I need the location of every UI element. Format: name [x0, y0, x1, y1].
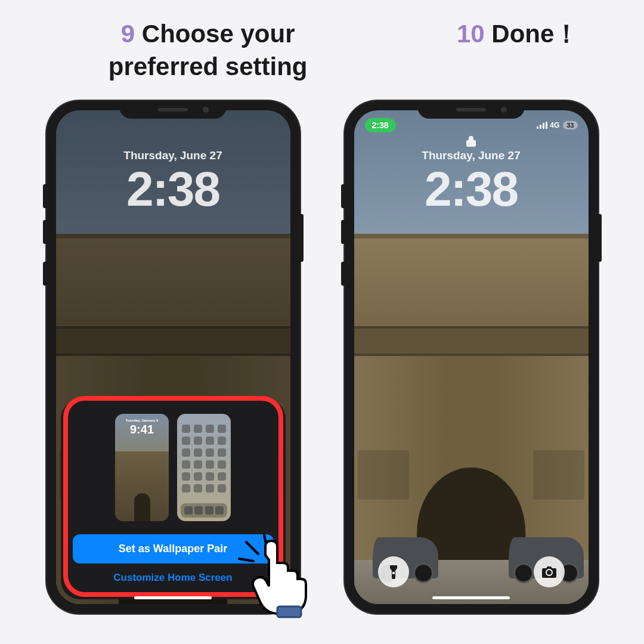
- battery-level: 33: [563, 121, 577, 129]
- wallpaper-monument: [354, 234, 589, 604]
- home-indicator[interactable]: [432, 596, 510, 599]
- phone-notch: [417, 101, 525, 119]
- step-9-text: Choose your preferred setting: [109, 20, 308, 80]
- home-screen-preview[interactable]: [177, 414, 231, 521]
- camera-button[interactable]: [534, 556, 565, 587]
- status-time-pill[interactable]: 2:38: [365, 118, 396, 132]
- phone-screen-10: 2:38 4G 33 Thursday, June 27 2:38: [354, 110, 589, 604]
- step-number-9: 9: [121, 20, 135, 48]
- lock-date: Thursday, June 27: [354, 149, 589, 162]
- phone-step-10: 2:38 4G 33 Thursday, June 27 2:38: [345, 101, 598, 614]
- phone-notch: [119, 101, 227, 119]
- wallpaper-action-sheet: Tuesday, January 9 9:41: [61, 400, 286, 599]
- home-indicator[interactable]: [134, 596, 212, 599]
- camera-icon: [541, 565, 557, 578]
- step-10-title: 10 Done！: [457, 18, 579, 83]
- network-label: 4G: [550, 121, 559, 129]
- phone-screen-9: Thursday, June 27 2:38 Tuesday, January …: [56, 110, 290, 604]
- flashlight-button[interactable]: [378, 556, 409, 587]
- status-bar: 2:38 4G 33: [354, 116, 589, 134]
- phone-step-9: Thursday, June 27 2:38 Tuesday, January …: [47, 101, 300, 614]
- lock-time: 2:38: [56, 161, 290, 217]
- lock-date: Thursday, June 27: [56, 149, 290, 162]
- step-number-10: 10: [457, 20, 485, 48]
- customize-home-screen-link[interactable]: Customize Home Screen: [73, 572, 274, 584]
- flashlight-icon: [387, 564, 400, 580]
- signal-icon: [537, 122, 547, 129]
- svg-rect-3: [277, 606, 301, 617]
- home-dock: [181, 503, 227, 518]
- svg-rect-4: [392, 572, 395, 574]
- thumb-time: 9:41: [115, 423, 169, 436]
- home-icon-grid: [182, 425, 226, 493]
- step-9-title: 9 Choose your preferred setting: [65, 18, 351, 83]
- lock-time: 2:38: [354, 161, 589, 217]
- preview-pair: Tuesday, January 9 9:41: [73, 414, 274, 521]
- lock-icon: [466, 135, 476, 147]
- step-10-text: Done！: [491, 20, 579, 48]
- lock-screen-preview[interactable]: Tuesday, January 9 9:41: [115, 414, 169, 521]
- set-wallpaper-pair-button[interactable]: Set as Wallpaper Pair: [73, 534, 274, 564]
- thumb-date: Tuesday, January 9: [115, 419, 169, 422]
